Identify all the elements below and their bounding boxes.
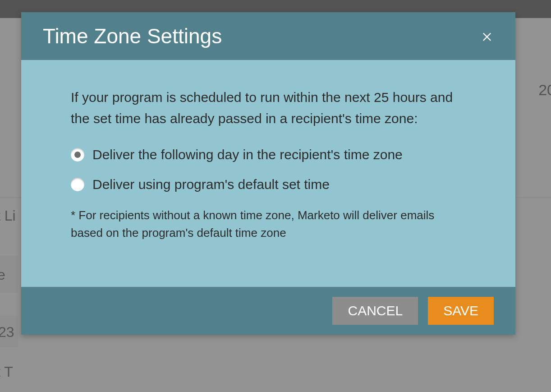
modal-header: Time Zone Settings xyxy=(21,12,515,60)
radio-label: Deliver using program's default set time xyxy=(92,177,330,192)
modal-note-text: * For recipients without a known time zo… xyxy=(71,207,466,242)
radio-label: Deliver the following day in the recipie… xyxy=(92,147,403,162)
modal-title: Time Zone Settings xyxy=(43,24,222,48)
radio-selected-dot xyxy=(74,152,81,158)
close-icon[interactable] xyxy=(480,29,494,43)
modal-body: If your program is scheduled to run with… xyxy=(21,60,515,287)
radio-option-default-time[interactable]: Deliver using program's default set time xyxy=(71,177,466,192)
radio-indicator xyxy=(71,148,84,161)
modal-intro-text: If your program is scheduled to run with… xyxy=(71,87,466,129)
time-zone-settings-modal: Time Zone Settings If your program is sc… xyxy=(21,12,515,335)
save-button[interactable]: SAVE xyxy=(428,297,494,325)
cancel-button[interactable]: CANCEL xyxy=(332,297,418,325)
radio-option-next-day[interactable]: Deliver the following day in the recipie… xyxy=(71,147,466,162)
radio-indicator xyxy=(71,178,84,191)
modal-footer: CANCEL SAVE xyxy=(21,287,515,335)
